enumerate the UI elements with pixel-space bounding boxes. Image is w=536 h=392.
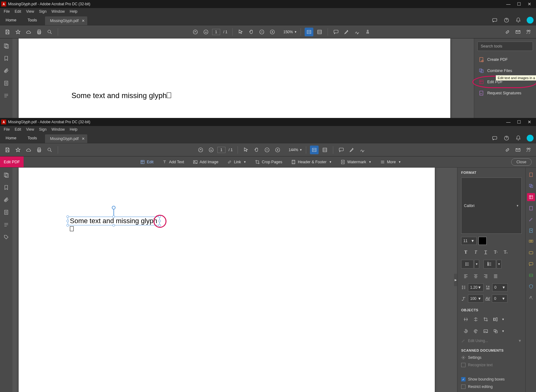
restrict-editing-checkbox[interactable]: Restrict editing [461, 385, 522, 389]
comment-icon[interactable] [337, 146, 346, 154]
bullet-list-button[interactable] [461, 260, 474, 268]
share-icon[interactable] [524, 146, 533, 154]
layers-icon[interactable] [2, 79, 11, 88]
bullet-list-dropdown[interactable]: ▼ [474, 260, 479, 268]
mini-fill-sign-icon[interactable] [527, 215, 535, 223]
text-selection-box[interactable]: Some text and missing glyph [68, 217, 160, 225]
mini-combine-icon[interactable] [527, 182, 535, 190]
line-spacing-input[interactable]: 1.20▼ [468, 283, 484, 291]
rotate-ccw-button[interactable] [461, 327, 470, 336]
signatures-icon[interactable] [2, 91, 11, 100]
mini-sign-icon[interactable] [527, 204, 535, 212]
find-button[interactable] [45, 146, 54, 154]
align-objects-button[interactable] [491, 315, 500, 324]
mini-export-icon[interactable] [527, 227, 535, 235]
mini-edit-pdf-icon[interactable] [527, 193, 535, 201]
stamp-icon[interactable] [363, 28, 372, 36]
find-button[interactable] [45, 28, 54, 36]
menu-sign[interactable]: Sign [37, 127, 49, 132]
edit-action-link[interactable]: Link▼ [223, 160, 250, 164]
page-number-input[interactable] [217, 147, 225, 153]
highlight-icon[interactable] [347, 146, 356, 154]
crop-object-button[interactable] [481, 315, 490, 324]
sign-icon[interactable] [353, 28, 361, 36]
align-left-button[interactable] [461, 272, 470, 280]
page-up-button[interactable] [191, 28, 200, 36]
font-select[interactable]: Calibri▼ [461, 178, 522, 234]
document-text[interactable]: Some text and missing glyph [70, 217, 159, 233]
attachment-icon[interactable] [2, 196, 11, 204]
settings-button[interactable]: Settings [461, 355, 522, 360]
align-right-button[interactable] [481, 272, 490, 280]
help-icon[interactable] [503, 135, 510, 142]
mail-icon[interactable] [514, 28, 522, 36]
mini-protect-icon[interactable] [527, 282, 535, 291]
menu-edit[interactable]: Edit [12, 127, 24, 132]
zoom-input[interactable] [284, 148, 298, 152]
zoom-out-button[interactable] [263, 146, 271, 154]
close-button[interactable]: ✕ [524, 118, 535, 126]
edit-close-button[interactable]: Close [511, 158, 532, 166]
tab-tools[interactable]: Tools [22, 133, 43, 143]
rotation-handle[interactable] [112, 206, 116, 210]
maximize-button[interactable]: ☐ [514, 118, 524, 126]
zoom-out-button[interactable] [257, 28, 266, 36]
tab-close-icon[interactable]: ✕ [82, 19, 85, 23]
tags-icon[interactable] [2, 233, 11, 241]
horiz-scale-input[interactable]: 100▼ [468, 295, 484, 303]
star-button[interactable] [14, 28, 22, 36]
font-size-input[interactable]: 11▼ [461, 237, 477, 245]
tab-tools[interactable]: Tools [22, 15, 43, 25]
menu-window[interactable]: Window [49, 127, 67, 132]
tool-request-signatures[interactable]: Request Signatures [474, 88, 536, 99]
pointer-tool[interactable] [242, 146, 250, 154]
help-icon[interactable] [503, 17, 510, 24]
menu-file[interactable]: File [1, 127, 12, 132]
show-bounding-boxes-checkbox[interactable]: Show bounding boxes [461, 377, 522, 381]
zoom-in-button[interactable] [273, 146, 282, 154]
cloud-button[interactable] [24, 146, 33, 154]
bell-icon[interactable] [515, 17, 522, 24]
menu-file[interactable]: File [1, 9, 12, 14]
minimize-button[interactable]: — [503, 118, 514, 126]
tab-document[interactable]: MissingGlyph.pdf ✕ [45, 16, 87, 25]
link-icon[interactable] [503, 28, 512, 36]
mini-scan-icon[interactable] [527, 271, 535, 279]
hand-tool[interactable] [252, 146, 261, 154]
chat-icon[interactable] [491, 135, 498, 142]
zoom-input[interactable] [279, 30, 293, 34]
search-tools-input[interactable]: Search tools [477, 42, 533, 51]
thumbnails-icon[interactable] [2, 42, 11, 50]
zoom-in-button[interactable] [268, 28, 277, 36]
mini-more-tools-icon[interactable] [527, 294, 535, 302]
edit-action-crop[interactable]: Crop Pages [251, 160, 286, 164]
fit-page-button[interactable] [315, 28, 324, 36]
fit-width-button[interactable] [310, 146, 319, 154]
close-button[interactable]: ✕ [524, 0, 535, 8]
number-list-button[interactable]: 123 [484, 260, 496, 268]
superscript-button[interactable]: T¹ [491, 248, 500, 257]
fit-page-button[interactable] [320, 146, 329, 154]
bookmark-icon[interactable] [2, 54, 11, 63]
align-dropdown[interactable]: ▼ [501, 315, 505, 324]
para-before-input[interactable]: 0▼ [492, 283, 508, 291]
page-up-button[interactable] [196, 146, 205, 154]
menu-edit[interactable]: Edit [12, 9, 24, 14]
font-color-swatch[interactable] [479, 237, 487, 245]
align-center-button[interactable] [471, 272, 480, 280]
save-button[interactable] [3, 146, 12, 154]
edit-action-more[interactable]: More▼ [376, 160, 405, 164]
menu-help[interactable]: Help [67, 9, 80, 14]
char-spacing-input[interactable]: 0▼ [492, 295, 507, 303]
tab-home[interactable]: Home [0, 133, 22, 143]
tab-document[interactable]: MissingGlyph.pdf ✕ [45, 134, 87, 143]
menu-help[interactable]: Help [67, 127, 80, 132]
document-area[interactable]: Some text and missing glyph [12, 168, 457, 392]
link-icon[interactable] [503, 146, 512, 154]
italic-button[interactable]: T [471, 248, 480, 257]
tool-create-pdf[interactable]: Create PDF [474, 54, 536, 65]
print-button[interactable] [35, 28, 43, 36]
mini-send-comments-icon[interactable] [527, 249, 535, 257]
menu-view[interactable]: View [24, 9, 37, 14]
mini-create-pdf-icon[interactable] [527, 171, 535, 179]
